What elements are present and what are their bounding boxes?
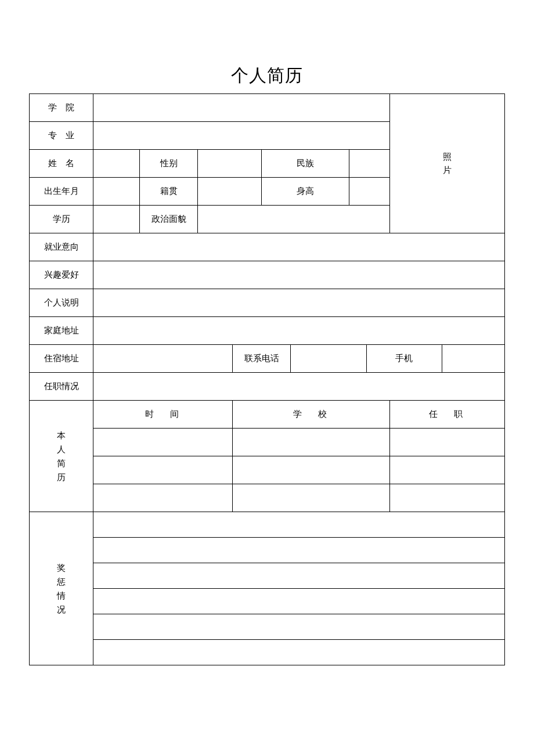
value-phone [291, 345, 366, 373]
value-height [349, 178, 389, 206]
rewards-row [93, 589, 505, 614]
resume-table: 学 院 照 片 专 业 姓 名 性别 民族 出生年月 籍贯 身高 学历 政治面貌 [29, 93, 505, 665]
history-header-post: 任职 [389, 401, 504, 429]
label-name: 姓 名 [30, 150, 93, 178]
label-personal-desc: 个人说明 [30, 289, 93, 317]
rewards-row [93, 640, 505, 665]
history-row-time [93, 484, 233, 512]
photo-placeholder: 照 片 [389, 94, 504, 233]
label-ethnicity: 民族 [262, 150, 349, 178]
history-row-time [93, 456, 233, 484]
history-row-post [389, 456, 504, 484]
label-political: 政治面貌 [140, 206, 198, 233]
history-label-line1: 本 [32, 429, 91, 442]
rewards-label-line1: 奖 [32, 561, 91, 575]
document-title: 个人简历 [29, 64, 505, 88]
value-hobbies [93, 261, 505, 289]
label-dorm-address: 住宿地址 [30, 345, 93, 373]
value-mobile [442, 345, 504, 373]
value-name [93, 150, 140, 178]
history-header-school: 学校 [233, 401, 389, 429]
value-job-intention [93, 233, 505, 261]
label-phone: 联系电话 [233, 345, 291, 373]
label-rewards-punishment: 奖 惩 情 况 [30, 512, 93, 665]
history-label-line3: 简 [32, 456, 91, 470]
history-row-school [233, 429, 389, 456]
history-row-school [233, 456, 389, 484]
history-header-time: 时间 [93, 401, 233, 429]
rewards-label-line4: 况 [32, 603, 91, 617]
label-education: 学历 [30, 206, 93, 233]
value-native-place [198, 178, 262, 206]
history-row-time [93, 429, 233, 456]
value-positions-held [93, 373, 505, 401]
history-row-school [233, 484, 389, 512]
photo-label-line1: 照 [392, 150, 502, 164]
history-row-post [389, 484, 504, 512]
label-hobbies: 兴趣爱好 [30, 261, 93, 289]
label-gender: 性别 [140, 150, 198, 178]
value-political [198, 206, 389, 233]
label-height: 身高 [262, 178, 349, 206]
value-birth [93, 178, 140, 206]
value-college [93, 94, 390, 122]
rewards-row [93, 563, 505, 589]
value-dorm-address [93, 345, 233, 373]
label-birth: 出生年月 [30, 178, 93, 206]
history-row-post [389, 429, 504, 456]
value-education [93, 206, 140, 233]
value-major [93, 122, 390, 150]
history-label-line4: 历 [32, 470, 91, 484]
label-home-address: 家庭地址 [30, 317, 93, 345]
value-home-address [93, 317, 505, 345]
rewards-row [93, 512, 505, 538]
label-job-intention: 就业意向 [30, 233, 93, 261]
value-gender [198, 150, 262, 178]
value-personal-desc [93, 289, 505, 317]
rewards-label-line3: 情 [32, 589, 91, 603]
rewards-label-line2: 惩 [32, 575, 91, 589]
label-mobile: 手机 [366, 345, 442, 373]
label-major: 专 业 [30, 122, 93, 150]
rewards-row [93, 614, 505, 640]
value-ethnicity [349, 150, 389, 178]
photo-label-line2: 片 [392, 164, 502, 177]
history-label-line2: 人 [32, 442, 91, 456]
label-personal-history: 本 人 简 历 [30, 401, 93, 512]
rewards-row [93, 538, 505, 563]
label-college: 学 院 [30, 94, 93, 122]
label-native-place: 籍贯 [140, 178, 198, 206]
label-positions-held: 任职情况 [30, 373, 93, 401]
